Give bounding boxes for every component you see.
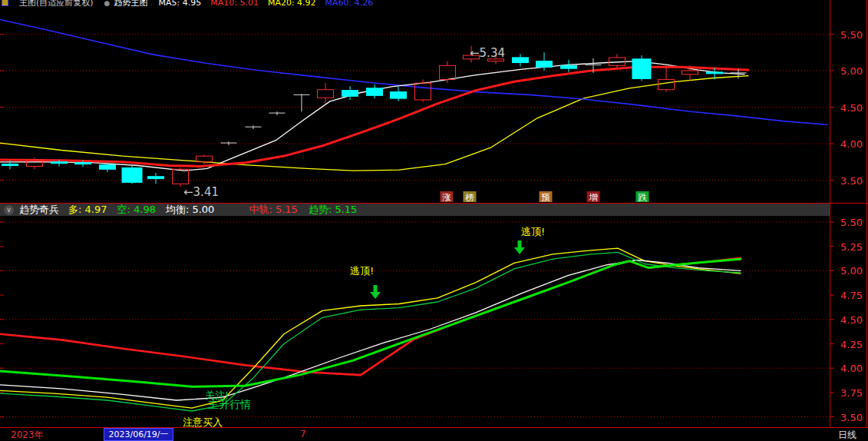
chart-canvas[interactable]: 5.505.004.504.003.50←5.34←3.41涨榜预增跌5.505… xyxy=(0,0,868,441)
y-axis-label: 3.50 xyxy=(840,175,863,187)
series-ma-red xyxy=(0,67,748,166)
candle xyxy=(682,71,698,75)
ma-value: MA60: 4.26 xyxy=(325,0,374,8)
y-axis-label: 4.00 xyxy=(840,363,863,374)
kline-icon xyxy=(2,0,8,6)
candle xyxy=(391,92,407,99)
chart-annotation: ←5.34 xyxy=(470,46,505,60)
indicator-dot-icon: ● xyxy=(104,0,111,7)
y-axis-label: 5.50 xyxy=(840,29,863,41)
selected-date-cell[interactable]: 2023/06/19/一 xyxy=(104,428,173,441)
signal-badge-label: 榜 xyxy=(465,192,474,203)
candle xyxy=(100,165,116,170)
indicator-value: 中轨: 5.15 xyxy=(249,204,297,215)
candle xyxy=(440,65,456,79)
candle xyxy=(51,162,68,164)
y-axis-label: 4.25 xyxy=(840,339,863,350)
sub-indicator-bar: ∨ 趋势奇兵 多: 4.97空: 4.98均衡: 5.00 中轨: 5.15趋势… xyxy=(0,204,830,216)
indicator-value: 多: 4.97 xyxy=(68,204,107,215)
y-axis-label: 5.00 xyxy=(840,265,863,277)
main-indicator-name[interactable]: 趋势主图 xyxy=(114,0,147,8)
page-indicator: 7 xyxy=(300,429,306,439)
signal-badge-label: 增 xyxy=(589,192,598,203)
chart-annotation: 逃顶! xyxy=(521,226,545,237)
indicator-value: 均衡: 5.00 xyxy=(166,204,214,215)
candle xyxy=(415,83,431,100)
signal-badge-label: 涨 xyxy=(442,192,451,203)
y-axis-label: 4.50 xyxy=(840,102,863,114)
ma-value: MA10: 5.01 xyxy=(210,0,259,8)
candle xyxy=(173,169,189,184)
stock-trading-app-window: 5.505.004.504.003.50←5.34←3.41涨榜预增跌5.505… xyxy=(0,0,868,441)
chart-annotation: ←3.41 xyxy=(183,185,219,199)
collapse-chevron-icon[interactable]: ∨ xyxy=(4,205,14,215)
sub-indicator-name[interactable]: 趋势奇兵 xyxy=(19,203,59,217)
candle xyxy=(707,72,723,74)
ma-value: MA20: 4.92 xyxy=(268,0,316,8)
ma-value: MA5: 4.95 xyxy=(158,0,201,8)
y-axis-label: 5.25 xyxy=(840,241,863,253)
main-chart-legend: 主图(自适应前复权) ● 趋势主图 MA5: 4.95MA10: 5.01MA2… xyxy=(0,0,829,8)
y-axis-label: 3.50 xyxy=(840,412,863,423)
indicator-values-left: 多: 4.97空: 4.98均衡: 5.00 xyxy=(68,203,224,217)
candle xyxy=(367,88,383,96)
candle xyxy=(75,163,91,164)
chart-title: 主图(自适应前复权) xyxy=(19,0,94,8)
y-axis-label: 5.00 xyxy=(840,65,863,77)
candle xyxy=(148,177,164,179)
candle xyxy=(2,164,18,166)
indicator-values-right: 中轨: 5.15趋势: 5.15 xyxy=(249,203,368,217)
y-axis-label: 3.75 xyxy=(840,387,863,399)
status-bar: 2023年 2023/06/19/一 7 日线 xyxy=(0,428,868,441)
candle xyxy=(658,79,675,89)
candle xyxy=(561,65,577,68)
y-axis-label: 4.00 xyxy=(840,138,863,150)
period-label[interactable]: 日线 xyxy=(838,429,856,441)
indicator-value: 趋势: 5.15 xyxy=(309,204,357,215)
candle xyxy=(632,59,651,79)
down-arrow-icon xyxy=(514,240,525,254)
y-axis-label: 4.50 xyxy=(840,314,863,326)
ma-legend-values: MA5: 4.95MA10: 5.01MA20: 4.92MA60: 4.26 xyxy=(158,0,382,8)
chart-annotation: 主升行情 xyxy=(208,398,251,410)
chart-annotation: 注意买入 xyxy=(183,416,223,428)
down-arrow-icon xyxy=(370,285,381,299)
y-axis-label: 4.75 xyxy=(840,290,863,301)
y-axis-label: 5.50 xyxy=(840,217,863,228)
series-ma-blue xyxy=(0,20,827,125)
candle xyxy=(513,58,529,63)
signal-badge-label: 预 xyxy=(541,192,550,203)
signal-badge-label: 跌 xyxy=(638,192,647,203)
indicator-value: 空: 4.98 xyxy=(117,204,155,215)
candle xyxy=(342,91,358,97)
candle xyxy=(318,90,334,98)
chart-annotation: 逃顶! xyxy=(350,265,374,277)
candle xyxy=(122,167,142,182)
candle xyxy=(536,61,553,68)
axis-year-label: 2023年 xyxy=(11,429,44,441)
